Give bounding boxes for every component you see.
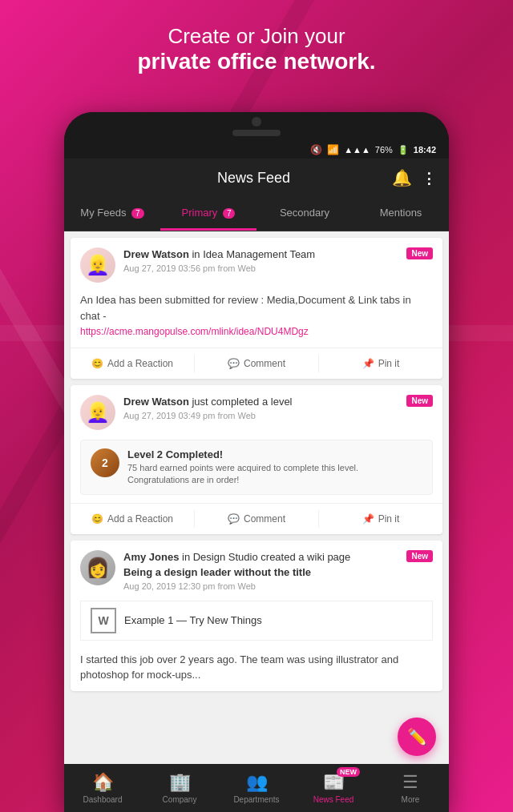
react-icon-1: 😊 [91,358,103,369]
phone-frame: 🔇 📶 ▲▲▲ 76% 🔋 18:42 News Feed 🔔 ⋮ My Fee… [64,112,449,812]
card-3-body: I started this job over 2 years ago. The… [71,649,442,691]
card-2-title: Drew Watson just completed a level [123,395,398,409]
level-title: Level 2 Completed! [127,448,422,460]
nav-dashboard[interactable]: 🏠 Dashboard [64,764,141,812]
avatar-image-1: 👱‍♀️ [80,247,115,283]
battery-icon: 🔋 [398,145,409,155]
nav-newsfeed[interactable]: NEW 📰 News Feed [295,764,372,812]
nav-dashboard-label: Dashboard [83,795,123,804]
edit-icon: ✏️ [407,727,427,746]
card-1-comment-button[interactable]: 💬 Comment [195,355,319,372]
card-1-react-button[interactable]: 😊 Add a Reaction [71,355,195,372]
card-1-new-badge: New [406,247,433,259]
card-1-link[interactable]: https://acme.mangopulse.com/mlink/idea/N… [80,326,309,337]
tab-mentions[interactable]: Mentions [353,197,449,231]
comment-icon-1: 💬 [228,358,240,369]
header-line1: Create or Join your [32,24,481,49]
card-3-context: in Design Studio [182,551,258,563]
departments-icon: 👥 [246,772,268,793]
feed-content: 👱‍♀️ Drew Watson in Idea Management Team… [64,231,449,803]
tab-primary-badge: 7 [223,208,236,219]
avatar-image-3: 👩 [80,550,115,585]
more-options-button[interactable]: ⋮ [422,169,436,187]
card-2-react-button[interactable]: 😊 Add a Reaction [71,510,195,528]
card-3-new-badge: New [406,550,433,562]
wiki-icon: W [91,608,116,633]
nav-departments[interactable]: 👥 Departments [218,764,295,812]
signal-icon: ▲▲▲ [344,145,370,155]
nav-company[interactable]: 🏢 Company [141,764,218,812]
nav-newsfeed-label: News Feed [313,795,354,804]
nav-company-label: Company [163,795,197,804]
card-2-time: Aug 27, 2019 03:49 pm from Web [123,411,398,420]
card-3-action: created a wiki page [261,551,350,563]
status-time: 18:42 [414,145,436,155]
feed-card-2: 👱‍♀️ Drew Watson just completed a level … [71,385,442,535]
card-2-header: 👱‍♀️ Drew Watson just completed a level … [71,385,442,436]
home-icon: 🏠 [92,772,114,793]
company-icon: 🏢 [169,772,191,793]
speaker [232,130,281,136]
card-3-title: Amy Jones in Design Studio created a wik… [123,550,398,579]
card-1-header: 👱‍♀️ Drew Watson in Idea Management Team… [71,238,442,289]
more-vertical-icon: ⋮ [422,171,436,187]
wiki-title: Example 1 — Try New Things [124,614,262,626]
comment-label-2: Comment [244,513,285,525]
level-completed-box: 2 Level 2 Completed! 75 hard earned poin… [80,440,433,496]
phone-notch [64,112,449,141]
notifications-bell-button[interactable]: 🔔 [392,168,412,187]
card-1-meta: Drew Watson in Idea Management Team Aug … [123,247,398,273]
pin-label-2: Pin it [378,513,400,525]
tab-secondary-label: Secondary [280,207,329,219]
card-3-avatar: 👩 [80,550,115,585]
card-1-actions: 😊 Add a Reaction 💬 Comment 📌 Pin it [71,348,442,379]
tab-my-feeds-label: My Feeds [80,207,126,219]
newsfeed-nav-badge: NEW [337,767,360,777]
level-text: Level 2 Completed! 75 hard earned points… [127,448,422,487]
pin-label-1: Pin it [378,358,400,369]
card-3-header: 👩 Amy Jones in Design Studio created a w… [71,541,442,597]
tab-mentions-label: Mentions [380,207,422,219]
react-label-2: Add a Reaction [107,513,173,525]
edit-fab-button[interactable]: ✏️ [398,718,436,756]
tab-primary[interactable]: Primary 7 [160,197,256,231]
tab-my-feeds-badge: 7 [131,208,144,219]
pin-icon-1: 📌 [362,358,374,369]
tab-secondary[interactable]: Secondary [256,197,353,231]
mute-icon: 🔇 [310,144,322,155]
pin-icon-2: 📌 [362,513,374,525]
card-2-pin-button[interactable]: 📌 Pin it [319,510,442,528]
avatar-image-2: 👱‍♀️ [80,395,115,430]
card-2-comment-button[interactable]: 💬 Comment [195,510,319,528]
tab-primary-label: Primary [182,207,218,219]
card-2-new-badge: New [406,395,433,407]
card-1-avatar: 👱‍♀️ [80,247,115,283]
react-icon-2: 😊 [91,513,103,525]
card-1-title: Drew Watson in Idea Management Team [123,247,398,262]
card-1-body: An Idea has been submitted for review : … [71,289,442,348]
card-1-pin-button[interactable]: 📌 Pin it [319,355,442,372]
card-1-context: in Idea Management Team [192,248,315,260]
app-bar-actions: 🔔 ⋮ [392,168,436,187]
header-line2: private office network. [32,49,481,74]
app-bar: News Feed 🔔 ⋮ [64,159,449,197]
level-description: 75 hard earned points were acquired to c… [127,462,422,487]
app-bar-title: News Feed [115,170,392,187]
card-3-author: Amy Jones [123,551,179,563]
card-3-meta: Amy Jones in Design Studio created a wik… [123,550,398,590]
react-label-1: Add a Reaction [107,358,173,369]
battery-level: 76% [375,145,393,155]
wiki-box: W Example 1 — Try New Things [80,601,433,641]
bell-icon: 🔔 [392,169,412,187]
level-icon: 2 [91,448,119,477]
card-2-avatar: 👱‍♀️ [80,395,115,430]
tab-my-feeds[interactable]: My Feeds 7 [64,197,160,231]
card-3-page-title: Being a design leader without the title [123,566,311,578]
comment-label-1: Comment [244,358,285,369]
card-3-body-text: I started this job over 2 years ago. The… [80,653,398,681]
card-2-actions: 😊 Add a Reaction 💬 Comment 📌 Pin it [71,503,442,534]
feed-tabs: My Feeds 7 Primary 7 Secondary Mentions [64,197,449,231]
nav-more[interactable]: ☰ More [372,764,449,812]
card-3-time: Aug 20, 2019 12:30 pm from Web [123,581,398,591]
nav-more-label: More [402,795,420,804]
